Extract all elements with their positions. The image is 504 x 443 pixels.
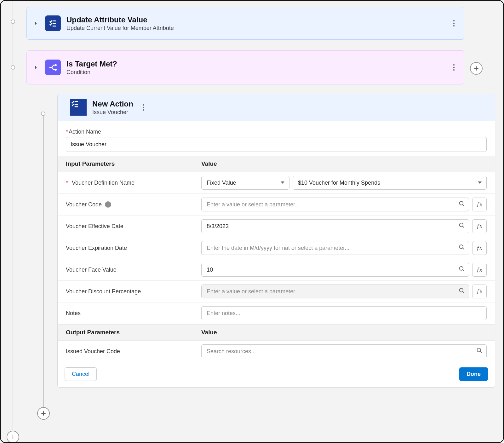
param-row-discount-percentage: Voucher Discount Percentage ƒx <box>58 281 495 302</box>
step-update-attribute[interactable]: Update Attribute Value Update Current Va… <box>26 7 464 40</box>
action-checklist-icon <box>45 15 61 31</box>
svg-point-14 <box>477 348 481 352</box>
section-col-label: Input Parameters <box>66 160 201 167</box>
param-row-expiration-date: Voucher Expiration Date ƒx <box>58 237 495 259</box>
svg-point-12 <box>460 267 463 270</box>
search-icon[interactable] <box>459 201 465 209</box>
required-indicator: * <box>66 129 68 135</box>
section-col-value: Value <box>201 160 487 167</box>
editor-header: New Action Issue Voucher <box>58 94 495 121</box>
action-editor-panel: New Action Issue Voucher *Action Name In… <box>57 94 495 388</box>
formula-button[interactable]: ƒx <box>472 285 487 298</box>
search-icon[interactable] <box>459 266 465 274</box>
done-button[interactable]: Done <box>459 367 488 381</box>
section-col-value: Value <box>201 329 487 336</box>
param-row-notes: Notes <box>58 302 495 324</box>
connector-dot <box>41 112 45 116</box>
search-icon[interactable] <box>459 222 465 230</box>
param-label: Voucher Code i <box>66 201 201 208</box>
add-step-button[interactable] <box>7 431 19 443</box>
svg-point-13 <box>460 288 463 292</box>
search-icon[interactable] <box>476 348 483 355</box>
search-icon[interactable] <box>459 244 465 252</box>
condition-branch-icon <box>45 60 61 75</box>
editor-subtitle: Issue Voucher <box>92 109 133 116</box>
svg-point-4 <box>453 67 455 68</box>
param-row-effective-date: Voucher Effective Date ƒx <box>58 216 495 237</box>
editor-footer: Cancel Done <box>58 362 495 387</box>
editor-title: New Action <box>92 100 133 108</box>
face-value-input[interactable] <box>201 263 469 277</box>
param-label: Voucher Discount Percentage <box>66 288 201 295</box>
chevron-right-icon[interactable] <box>32 21 39 26</box>
input-parameters-header: Input Parameters Value <box>58 156 495 172</box>
voucher-definition-select[interactable]: $10 Voucher for Monthly Spends <box>293 176 487 190</box>
svg-point-10 <box>460 223 463 227</box>
param-label: Voucher Face Value <box>66 267 201 273</box>
param-label: Issued Voucher Code <box>66 348 201 355</box>
svg-point-6 <box>143 104 144 106</box>
action-name-label: *Action Name <box>66 129 487 135</box>
cancel-button[interactable]: Cancel <box>65 367 97 381</box>
value-type-select[interactable]: Fixed Value <box>201 176 289 190</box>
output-parameters-header: Output Parameters Value <box>58 324 495 341</box>
kebab-menu-icon[interactable] <box>450 63 458 72</box>
step-subtitle: Update Current Value for Member Attribut… <box>66 25 444 32</box>
add-step-button[interactable] <box>37 407 50 420</box>
param-row-issued-voucher-code: Issued Voucher Code <box>58 341 495 362</box>
svg-point-3 <box>453 64 455 66</box>
connector-dot <box>11 65 15 70</box>
required-indicator: * <box>66 180 68 186</box>
step-is-target-met[interactable]: Is Target Met? Condition <box>26 50 464 84</box>
svg-point-7 <box>143 107 144 108</box>
step-title: Is Target Met? <box>66 60 444 68</box>
caret-down-icon <box>478 181 482 184</box>
caret-down-icon <box>280 181 285 184</box>
chevron-right-icon[interactable] <box>32 65 39 70</box>
param-row-face-value: Voucher Face Value ƒx <box>58 259 495 281</box>
action-name-input[interactable] <box>66 137 487 152</box>
kebab-menu-icon[interactable] <box>139 103 148 112</box>
formula-button[interactable]: ƒx <box>472 219 487 233</box>
svg-point-8 <box>143 109 144 111</box>
info-icon[interactable]: i <box>105 201 111 208</box>
svg-point-2 <box>453 25 455 26</box>
param-row-voucher-code: Voucher Code i ƒx <box>58 194 495 216</box>
notes-input[interactable] <box>201 306 487 320</box>
step-subtitle: Condition <box>66 69 444 76</box>
step-title: Update Attribute Value <box>66 15 444 24</box>
formula-button[interactable]: ƒx <box>472 263 487 277</box>
formula-button[interactable]: ƒx <box>472 198 487 211</box>
action-checklist-icon <box>70 99 87 116</box>
issued-voucher-code-input[interactable] <box>201 344 487 358</box>
svg-point-0 <box>453 20 455 21</box>
param-label: * Voucher Definition Name <box>66 180 201 186</box>
kebab-menu-icon[interactable] <box>450 19 458 28</box>
add-step-button[interactable] <box>470 62 483 75</box>
voucher-code-input[interactable] <box>201 198 469 211</box>
editor-body: *Action Name <box>58 121 495 156</box>
param-label: Voucher Effective Date <box>66 223 201 230</box>
svg-point-1 <box>453 23 455 24</box>
param-label: Voucher Expiration Date <box>66 245 201 251</box>
svg-point-5 <box>453 69 455 71</box>
effective-date-input[interactable] <box>201 219 469 233</box>
connector-dot <box>11 20 15 24</box>
connector-line <box>43 113 44 413</box>
search-icon <box>459 288 465 296</box>
param-label: Notes <box>66 310 201 317</box>
expiration-date-input[interactable] <box>201 241 469 255</box>
section-col-label: Output Parameters <box>66 329 201 336</box>
formula-button[interactable]: ƒx <box>472 241 487 255</box>
svg-point-9 <box>460 201 463 205</box>
discount-percentage-input <box>201 285 469 298</box>
param-row-voucher-definition: * Voucher Definition Name Fixed Value $1… <box>58 172 495 194</box>
svg-point-11 <box>460 245 463 249</box>
